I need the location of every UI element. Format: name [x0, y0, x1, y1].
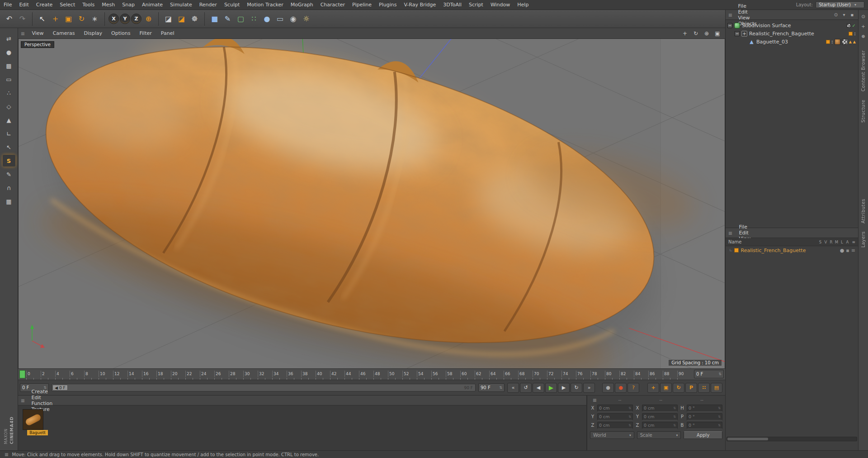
key-timeline-button[interactable]: ▤ [711, 383, 722, 393]
coordinate-system-button[interactable]: ⊕ [142, 13, 155, 25]
points-mode-button[interactable]: ∴ [3, 87, 15, 99]
horizontal-scrollbar[interactable] [726, 437, 857, 441]
ruler-tick-82[interactable]: 82 [619, 371, 634, 377]
live-selection-button[interactable]: ↖ [36, 13, 48, 25]
ruler-tick-62[interactable]: 62 [475, 371, 489, 377]
key-scale-button[interactable]: ▣ [660, 383, 672, 393]
tab-structure[interactable]: Structure [861, 95, 866, 127]
viewport-menu-cameras[interactable]: Cameras [48, 28, 80, 38]
ruler-tick-34[interactable]: 34 [272, 371, 287, 377]
ruler-tick-24[interactable]: 24 [200, 371, 214, 377]
strip-add-icon[interactable]: + [860, 23, 867, 30]
timeline-range-slider[interactable]: ◀ 0 F 90 F [52, 384, 476, 391]
pan-view-icon[interactable]: + [680, 29, 690, 38]
ruler-tick-30[interactable]: 30 [243, 371, 258, 377]
ruler-tick-26[interactable]: 26 [214, 371, 229, 377]
ruler-tick-66[interactable]: 66 [504, 371, 518, 377]
viewport-3d[interactable]: Perspective Grid Spacing : 10 cm [18, 39, 725, 369]
material-thumbnail[interactable] [23, 409, 43, 430]
ruler-tick-10[interactable]: 10 [99, 371, 113, 377]
ruler-tick-90[interactable]: 90 [677, 371, 692, 377]
menu-create[interactable]: Create [33, 0, 57, 10]
edges-mode-button[interactable]: ◇ [3, 100, 15, 112]
viewport-menu-options[interactable]: Options [107, 28, 135, 38]
ruler-tick-0[interactable]: 0 [26, 371, 41, 377]
undo-button[interactable]: ↶ [3, 13, 15, 25]
menu-pipeline[interactable]: Pipeline [349, 0, 375, 10]
ruler-tick-70[interactable]: 70 [533, 371, 547, 377]
baguette-model[interactable] [19, 39, 712, 368]
last-used-tool-button[interactable]: ∗ [89, 13, 101, 25]
material-row[interactable]: ∟ Realistic_French_Baguette ●▪≡ [726, 246, 858, 254]
ruler-tick-78[interactable]: 78 [590, 371, 605, 377]
ruler-tick-12[interactable]: 12 [113, 371, 127, 377]
coordinate-field-y-0[interactable]: 0 cm⇅ [597, 413, 633, 420]
menu-window[interactable]: Window [487, 0, 514, 10]
viewport-solo-button[interactable]: S [3, 155, 15, 167]
add-camera-button[interactable]: ◉ [287, 13, 299, 25]
material-more-icon[interactable]: ≡ [851, 248, 855, 253]
spinner-icon[interactable]: ⇅ [718, 406, 721, 410]
layout-dropdown[interactable]: Startup (User) ▾ [816, 1, 864, 8]
spinner-icon[interactable]: ⇅ [718, 415, 721, 419]
menu-v-ray-bridge[interactable]: V-Ray Bridge [400, 0, 439, 10]
ruler-tick-76[interactable]: 76 [576, 371, 590, 377]
om-search-icon[interactable]: ⊙ [832, 12, 840, 17]
checker-badge[interactable] [847, 24, 851, 28]
menu-sculpt[interactable]: Sculpt [221, 0, 243, 10]
make-editable-button[interactable]: ⇄ [3, 33, 15, 44]
om-filter-icon[interactable]: ▾ [840, 12, 848, 17]
ruler-frame-field[interactable]: 0 F ⇅ [694, 370, 724, 378]
ruler-tick-32[interactable]: 32 [258, 371, 272, 377]
ruler-tick-36[interactable]: 36 [287, 371, 301, 377]
ruler-tick-14[interactable]: 14 [127, 371, 142, 377]
tri-badge[interactable]: ▲ [853, 40, 856, 44]
list-view-icon[interactable]: ≡ [852, 240, 855, 244]
mm-menu-file[interactable]: File [735, 224, 755, 230]
menu-snap[interactable]: Snap [118, 0, 138, 10]
om-menu-edit[interactable]: Edit [735, 9, 760, 15]
render-picture-viewer-button[interactable]: ◪ [175, 13, 188, 25]
menu-plugins[interactable]: Plugins [375, 0, 400, 10]
ruler-tick-84[interactable]: 84 [634, 371, 648, 377]
coordinate-field-x-1[interactable]: 0 cm⇅ [642, 405, 678, 412]
orange-badge[interactable] [849, 32, 853, 36]
camera-label[interactable]: Perspective [21, 41, 54, 48]
texture-mode-button[interactable]: ▩ [3, 60, 15, 72]
menu-tools[interactable]: Tools [79, 0, 98, 10]
ruler-tick-52[interactable]: 52 [402, 371, 417, 377]
menu-animate[interactable]: Animate [138, 0, 166, 10]
apply-button[interactable]: Apply [684, 431, 722, 439]
orange-badge[interactable] [826, 40, 830, 44]
key-position-button[interactable]: + [647, 383, 659, 393]
goto-start-button[interactable]: « [507, 383, 519, 393]
ruler-tick-8[interactable]: 8 [84, 371, 99, 377]
ruler-tick-48[interactable]: 48 [373, 371, 388, 377]
timeline-ruler[interactable]: 0246810121416182022242628303234363840424… [18, 369, 725, 380]
add-metaball-button[interactable]: ● [261, 13, 273, 25]
end-frame-field[interactable]: 90 F ⇅ [478, 383, 505, 392]
ruler-tick-54[interactable]: 54 [417, 371, 431, 377]
strip-search-icon[interactable]: ⊙ [860, 13, 867, 20]
ruler-tick-20[interactable]: 20 [171, 371, 185, 377]
lock-z-axis-button[interactable]: Z [131, 14, 142, 24]
lock-x-axis-button[interactable]: X [108, 14, 119, 24]
tab-attributes[interactable]: Attributes [861, 195, 866, 227]
strip-gear-icon[interactable]: ☸ [860, 33, 867, 40]
ruler-tick-22[interactable]: 22 [185, 371, 200, 377]
menu-select[interactable]: Select [56, 0, 79, 10]
ruler-tick-80[interactable]: 80 [605, 371, 619, 377]
menu-file[interactable]: File [0, 0, 15, 10]
ruler-tick-6[interactable]: 6 [70, 371, 84, 377]
object-row-subdivision-surface[interactable]: −Subdivision Surface✓ [726, 21, 858, 29]
spinner-icon[interactable]: ⇅ [718, 372, 722, 376]
enable-snap-button[interactable]: ∩ [3, 182, 15, 194]
toggle-view-icon[interactable]: ▣ [712, 29, 722, 38]
next-frame-button[interactable]: ▶ [558, 383, 570, 393]
viewport-menu-view[interactable]: View [28, 28, 48, 38]
coordinate-field-z-0[interactable]: 0 cm⇅ [597, 422, 633, 429]
ruler-tick-74[interactable]: 74 [561, 371, 576, 377]
ruler-tick-38[interactable]: 38 [301, 371, 316, 377]
spinner-icon[interactable]: ⇅ [628, 415, 631, 419]
ruler-tick-18[interactable]: 18 [156, 371, 171, 377]
